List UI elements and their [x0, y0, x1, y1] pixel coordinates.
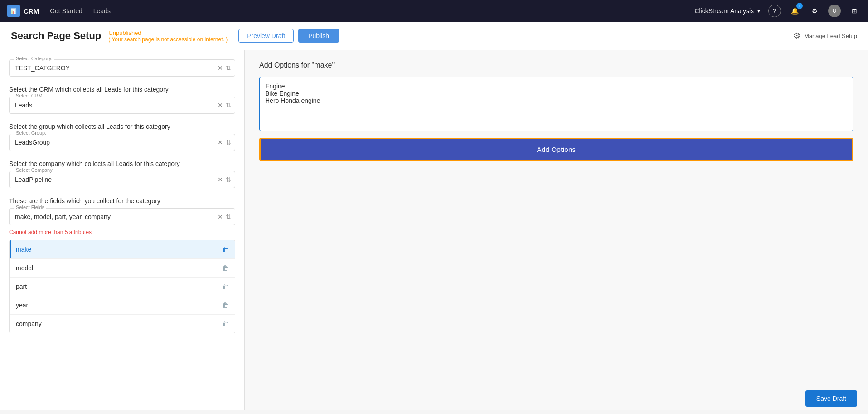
delete-field-icon[interactable]: 🗑 — [222, 246, 228, 253]
sort-icon[interactable]: ⇅ — [226, 64, 231, 72]
group-select-wrapper[interactable]: Select Group. LeadsGroup ✕ ⇅ — [9, 134, 235, 151]
notification-badge: 1 — [796, 3, 803, 9]
grid-apps-icon[interactable]: ⊞ — [848, 5, 861, 17]
crm-logo-icon: 📊 — [7, 5, 20, 17]
question-mark-icon: ? — [773, 7, 776, 15]
options-textarea[interactable] — [259, 77, 853, 131]
workspace-selector[interactable]: ClickStream Analysis ▼ — [694, 7, 761, 15]
navbar-right: ClickStream Analysis ▼ ? 🔔 1 ⚙ U ⊞ — [694, 5, 861, 17]
navbar-leads[interactable]: Leads — [93, 7, 111, 15]
fields-select-controls: ✕ ⇅ — [218, 213, 231, 220]
delete-field-icon[interactable]: 🗑 — [222, 302, 228, 309]
group-select-label: Select Group. — [14, 130, 48, 136]
preview-draft-button[interactable]: Preview Draft — [238, 29, 294, 43]
fields-form-group: These are the fields which you collect f… — [9, 197, 235, 333]
notifications-icon[interactable]: 🔔 1 — [788, 5, 801, 17]
field-name-label: part — [16, 283, 27, 290]
field-item[interactable]: company🗑 — [10, 315, 235, 333]
add-options-button[interactable]: Add Options — [259, 138, 853, 161]
avatar-initials: U — [833, 8, 837, 14]
category-form-group: Select Category. TEST_CATGEROY ✕ ⇅ — [9, 59, 235, 77]
header-actions: Preview Draft Publish — [238, 29, 339, 43]
crm-select-label: Select CRM. — [14, 93, 46, 98]
group-select-value: LeadsGroup — [10, 134, 235, 151]
field-item[interactable]: model🗑 — [10, 259, 235, 278]
sort-icon[interactable]: ⇅ — [226, 176, 231, 183]
clear-icon[interactable]: ✕ — [218, 139, 223, 146]
company-select-label: Select Company. — [14, 167, 55, 173]
fields-desc: These are the fields which you collect f… — [9, 197, 235, 205]
field-item[interactable]: part🗑 — [10, 278, 235, 296]
apps-icon: ⊞ — [852, 7, 857, 15]
main-layout: Select Category. TEST_CATGEROY ✕ ⇅ Selec… — [0, 50, 868, 410]
category-select-wrapper[interactable]: Select Category. TEST_CATGEROY ✕ ⇅ — [9, 59, 235, 77]
help-icon[interactable]: ? — [768, 5, 781, 17]
company-select-value: LeadPipeline — [10, 171, 235, 188]
crm-select-controls: ✕ ⇅ — [218, 102, 231, 109]
publish-button[interactable]: Publish — [298, 29, 339, 43]
navbar-crm-label: CRM — [24, 7, 39, 15]
field-name-label: year — [16, 302, 28, 309]
settings-icon[interactable]: ⚙ — [808, 5, 821, 17]
manage-lead-setup[interactable]: ⚙ Manage Lead Setup — [793, 31, 857, 41]
header-bar: Search Page Setup Unpublished ( Your sea… — [0, 22, 868, 50]
save-draft-button[interactable]: Save Draft — [805, 390, 857, 407]
clear-icon[interactable]: ✕ — [218, 176, 223, 183]
crm-select-value: Leads — [10, 97, 235, 113]
category-select-label: Select Category. — [14, 56, 54, 61]
company-form-group: Select the company which collects all Le… — [9, 160, 235, 188]
navbar-left: 📊 CRM Get Started Leads — [7, 5, 111, 17]
sort-icon[interactable]: ⇅ — [226, 139, 231, 146]
navbar: 📊 CRM Get Started Leads ClickStream Anal… — [0, 0, 868, 22]
sort-icon[interactable]: ⇅ — [226, 102, 231, 109]
company-select-controls: ✕ ⇅ — [218, 176, 231, 183]
field-name-label: model — [16, 264, 33, 272]
left-panel: Select Category. TEST_CATGEROY ✕ ⇅ Selec… — [0, 50, 245, 410]
field-name-label: company — [16, 320, 42, 327]
field-name-label: make — [16, 246, 31, 253]
sort-icon[interactable]: ⇅ — [226, 213, 231, 220]
clear-icon[interactable]: ✕ — [218, 213, 223, 220]
user-avatar[interactable]: U — [828, 5, 841, 17]
crm-desc: Select the CRM which collects all Leads … — [9, 86, 235, 93]
unpublished-label: Unpublished — [108, 29, 228, 36]
delete-field-icon[interactable]: 🗑 — [222, 283, 228, 290]
navbar-logo: 📊 CRM — [7, 5, 39, 17]
fields-select-wrapper[interactable]: Select Fields make, model, part, year, c… — [9, 208, 235, 225]
fields-select-label: Select Fields — [14, 205, 46, 210]
category-select-value: TEST_CATGEROY — [10, 60, 235, 76]
group-select-controls: ✕ ⇅ — [218, 139, 231, 146]
gear-icon: ⚙ — [812, 7, 818, 15]
cannot-add-message: Cannot add more than 5 attributes — [9, 229, 235, 235]
unpublished-info: Unpublished ( Your search page is not ac… — [108, 29, 228, 43]
page-title: Search Page Setup — [11, 30, 101, 42]
company-select-wrapper[interactable]: Select Company. LeadPipeline ✕ ⇅ — [9, 171, 235, 188]
crm-form-group: Select the CRM which collects all Leads … — [9, 86, 235, 114]
right-panel-title: Add Options for "make" — [259, 61, 853, 69]
field-list: make🗑model🗑part🗑year🗑company🗑 — [9, 240, 235, 333]
right-panel: Add Options for "make" Add Options — [245, 50, 868, 410]
workspace-label: ClickStream Analysis — [694, 7, 754, 15]
crm-select-wrapper[interactable]: Select CRM. Leads ✕ ⇅ — [9, 97, 235, 114]
field-item[interactable]: make🗑 — [10, 240, 235, 259]
group-desc: Select the group which collects all Lead… — [9, 123, 235, 130]
clear-icon[interactable]: ✕ — [218, 102, 223, 109]
save-draft-bar: Save Draft — [795, 383, 868, 410]
group-form-group: Select the group which collects all Lead… — [9, 123, 235, 151]
company-desc: Select the company which collects all Le… — [9, 160, 235, 167]
fields-select-value: make, model, part, year, company — [10, 209, 235, 225]
field-active-indicator — [10, 240, 11, 258]
navbar-get-started[interactable]: Get Started — [50, 7, 82, 15]
manage-gear-icon: ⚙ — [793, 31, 800, 41]
manage-label: Manage Lead Setup — [804, 33, 857, 39]
field-item[interactable]: year🗑 — [10, 296, 235, 315]
category-select-controls: ✕ ⇅ — [218, 64, 231, 72]
chevron-down-icon: ▼ — [756, 9, 761, 14]
delete-field-icon[interactable]: 🗑 — [222, 264, 228, 272]
unpublished-sub: ( Your search page is not accessible on … — [108, 36, 228, 43]
delete-field-icon[interactable]: 🗑 — [222, 320, 228, 327]
clear-icon[interactable]: ✕ — [218, 64, 223, 72]
